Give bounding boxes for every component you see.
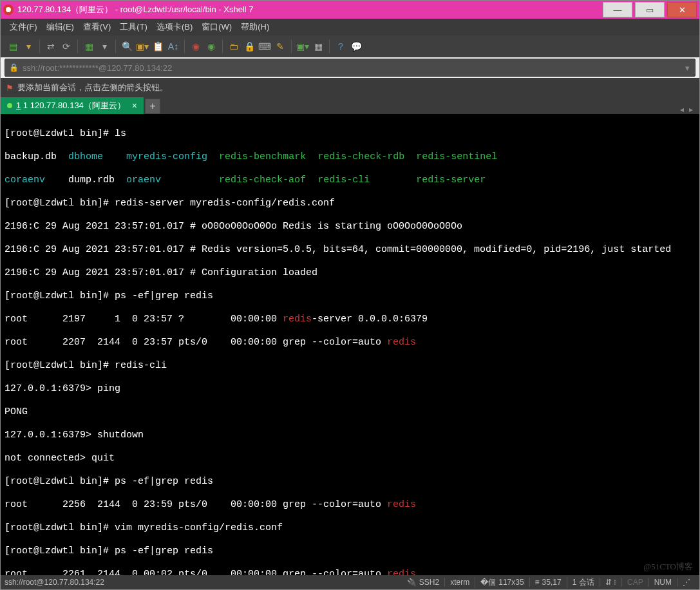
tab-nav: ◂ ▸ [680,105,699,114]
tab-next-icon[interactable]: ▸ [689,105,693,114]
lock-icon: 🔒 [9,63,19,72]
title-bar[interactable]: 120.77.80.134（阿里云） - root@Lzdwtl:/usr/lo… [1,1,699,19]
address-bar[interactable]: 🔒 ssh://root:************@120.77.80.134:… [5,59,695,77]
flag-icon: ⚑ [6,83,14,93]
toolbar: ▤ ▾ ⇄ ⟳ ▦ ▾ 🔍 ▣▾ 📋 A↕ ◉ ◉ 🗀 🔒 ⌨ ✎ ▣▾ ▦ ?… [1,35,699,57]
toolbar-separator [291,39,292,53]
info-text: 要添加当前会话，点击左侧的箭头按钮。 [17,82,168,93]
disconnect-icon[interactable]: ⟳ [59,39,73,53]
menu-help[interactable]: 帮助(H) [241,21,269,33]
folder-icon[interactable]: 🗀 [227,39,241,53]
color-icon[interactable]: ▣▾ [135,39,149,53]
status-sessions: 1 会话 [567,577,600,588]
menu-view[interactable]: 查看(V) [83,21,111,33]
status-path: ssh://root@120.77.80.134:22 [5,578,402,587]
tab-prev-icon[interactable]: ◂ [680,105,684,114]
toolbar-separator [222,39,223,53]
menu-file[interactable]: 文件(F) [10,21,37,33]
xshell-icon[interactable]: ◉ [189,39,203,53]
menu-window[interactable]: 窗口(W) [202,21,232,33]
help-icon[interactable]: ? [334,39,348,53]
status-num: NUM [648,578,677,587]
app-icon [3,5,14,15]
copy-icon[interactable]: ▾ [97,39,111,53]
status-dot-icon [7,103,12,108]
xftp-icon[interactable]: ◉ [204,39,218,53]
minimize-button[interactable]: — [603,2,632,17]
tab-active[interactable]: 1 1 120.77.80.134（阿里云） × [1,97,144,114]
highlight-icon[interactable]: ✎ [273,39,287,53]
chat-icon[interactable]: 💬 [349,39,363,53]
window-title: 120.77.80.134（阿里云） - root@Lzdwtl:/usr/lo… [17,4,600,15]
toolbar-separator [77,39,78,53]
font-icon[interactable]: A↕ [166,39,180,53]
chevron-down-icon[interactable]: ▾ [685,63,690,73]
lock-icon[interactable]: 🔒 [242,39,256,53]
new-tab-button[interactable]: + [145,99,160,114]
tab-label: 1 1 120.77.80.134（阿里云） [16,100,126,111]
status-pos: ≡ 35,17 [529,578,567,587]
paste-icon[interactable]: 📋 [151,39,165,53]
menu-tabs[interactable]: 选项卡(B) [156,21,193,33]
tab-bar: 1 1 120.77.80.134（阿里云） × + ◂ ▸ [1,97,699,114]
status-ssh: 🔌 SSH2 [402,578,444,587]
status-bar: ssh://root@120.77.80.134:22 🔌 SSH2 xterm… [1,575,699,589]
menu-bar: 文件(F) 编辑(E) 查看(V) 工具(T) 选项卡(B) 窗口(W) 帮助(… [1,19,699,35]
open-icon[interactable]: ▾ [21,39,35,53]
reconnect-icon[interactable]: ⇄ [44,39,58,53]
toolbar-separator [329,39,330,53]
menu-tools[interactable]: 工具(T) [120,21,147,33]
grid-icon[interactable]: ▦ [311,39,325,53]
status-term: xterm [444,578,475,587]
properties-icon[interactable]: ▦ [82,39,96,53]
status-size: �個 117x35 [475,577,529,588]
keyboard-icon[interactable]: ⌨ [258,39,272,53]
status-ext: ⇵ ⁝ [600,578,621,587]
info-bar: ⚑ 要添加当前会话，点击左侧的箭头按钮。 [1,78,699,97]
toolbar-separator [184,39,185,53]
status-cap: CAP [621,578,648,587]
close-button[interactable]: ✕ [667,2,697,17]
maximize-button[interactable]: ▭ [635,2,665,17]
tab-close-icon[interactable]: × [132,100,137,111]
menu-edit[interactable]: 编辑(E) [46,21,74,33]
toolbar-separator [39,39,40,53]
status-grip-icon[interactable]: ⋰ [677,578,695,587]
add-icon[interactable]: ▣▾ [296,39,310,53]
terminal[interactable]: [root@Lzdwtl bin]# ls backup.db dbhome m… [1,114,699,575]
toolbar-separator [115,39,116,53]
address-text: ssh://root:************@120.77.80.134:22 [23,63,172,73]
app-window: 120.77.80.134（阿里云） - root@Lzdwtl:/usr/lo… [0,0,700,590]
watermark: @51CTO博客 [643,561,693,573]
new-session-icon[interactable]: ▤ [6,39,20,53]
search-icon[interactable]: 🔍 [120,39,134,53]
